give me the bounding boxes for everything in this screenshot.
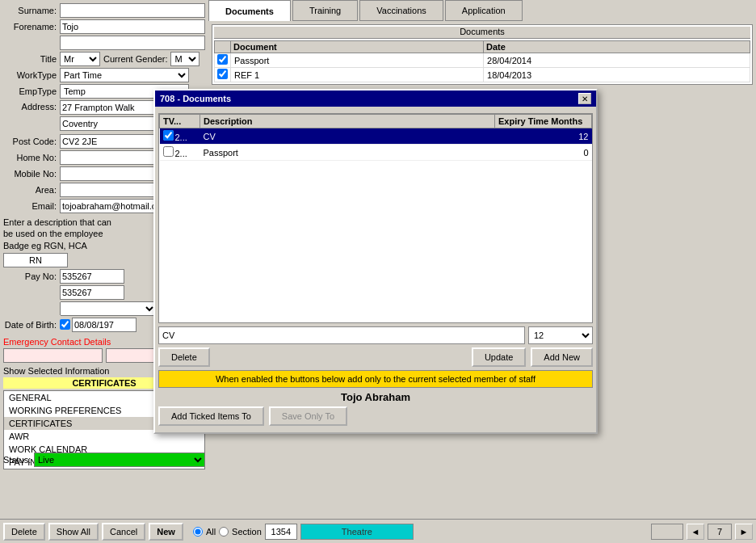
dob-input[interactable] <box>72 318 136 332</box>
tab-training[interactable]: Training <box>292 0 358 21</box>
surname-label: Surname: <box>3 6 60 15</box>
staff-name: Tojo Abraham <box>162 391 590 403</box>
documents-table: Document Date Passport 28/04/2014 REF 1 … <box>214 40 750 82</box>
status-label: Status: <box>3 455 34 465</box>
modal-title: 708 - Documents <box>160 94 231 103</box>
worktype-row: WorkType Part TimeFull Time <box>3 68 205 82</box>
modal-documents-table: TV... Description Expiry Time Months 2..… <box>159 114 592 161</box>
table-row: REF 1 18/04/2013 <box>215 68 750 82</box>
save-only-button[interactable]: Save Only To <box>269 406 347 426</box>
modal-row2-desc: Passport <box>200 145 495 161</box>
doc-checkbox-1[interactable] <box>217 54 228 65</box>
modal-description-input[interactable] <box>158 326 525 344</box>
add-new-button[interactable]: Add New <box>531 347 593 367</box>
add-ticked-button[interactable]: Add Ticked Items To <box>158 406 264 426</box>
dob-checkbox[interactable] <box>60 319 70 330</box>
title-gender-row: Title MrMrsMissMsDr Current Gender: MF <box>3 52 205 66</box>
doc-col-document: Document <box>231 41 484 53</box>
modal-table-container: TV... Description Expiry Time Months 2..… <box>158 113 593 323</box>
prev-button[interactable]: ◄ <box>687 524 704 540</box>
modal-row2-expiry: 0 <box>495 145 592 161</box>
gender-select[interactable]: MF <box>170 52 200 66</box>
status-select[interactable]: LiveInactive <box>34 452 205 467</box>
cancel-button[interactable]: Cancel <box>102 523 145 541</box>
radio-group: All Section <box>193 527 262 537</box>
delete-button[interactable]: Delete <box>158 347 210 367</box>
surname-row: Surname: <box>3 3 205 18</box>
bottom-delete-button[interactable]: Delete <box>3 523 45 541</box>
modal-months-select[interactable]: 120624 <box>528 326 593 344</box>
extra-nav-input[interactable] <box>651 524 683 540</box>
modal-crud-buttons: Delete Update Add New <box>158 347 593 367</box>
extra-select[interactable] <box>60 301 157 316</box>
modal-row1-expiry: 12 <box>495 128 592 145</box>
radio-section-label: Section <box>232 527 262 537</box>
warning-bar: When enabled the buttons below add only … <box>158 370 593 388</box>
worktype-label: WorkType <box>3 70 60 80</box>
forename-row: Forename: <box>3 19 205 34</box>
emptype-label: EmpType <box>3 86 60 96</box>
radio-section[interactable] <box>219 527 229 537</box>
payno-input1[interactable] <box>60 269 124 284</box>
modal-col-desc: Description <box>200 115 495 128</box>
surname-input[interactable] <box>60 3 205 18</box>
table-row[interactable]: 2... CV 12 <box>160 128 592 145</box>
badge-desc-label: Enter a description that can be used on … <box>3 217 116 251</box>
radio-all[interactable] <box>193 527 203 537</box>
update-button[interactable]: Update <box>472 347 526 367</box>
modal-dialog: 708 - Documents ✕ TV... Description Expi… <box>153 89 598 434</box>
documents-panel-header: Documents <box>214 27 750 39</box>
modal-col-expiry: Expiry Time Months <box>495 115 592 128</box>
modal-action-buttons: Add Ticked Items To Save Only To <box>158 406 593 426</box>
modal-titlebar: 708 - Documents ✕ <box>155 90 596 107</box>
status-bar: Status: LiveInactive <box>0 451 208 469</box>
modal-row1-tv: 2... <box>160 128 200 145</box>
documents-panel: Documents Document Date Passport 28/04/2… <box>212 24 753 85</box>
bottom-toolbar: Delete Show All Cancel New All Section ◄… <box>0 519 756 543</box>
mobileno-label: Mobile No: <box>3 169 60 179</box>
modal-checkbox-1[interactable] <box>163 130 174 141</box>
badge-input[interactable] <box>3 253 68 267</box>
modal-bottom-inputs: 120624 <box>158 326 593 344</box>
postcode-label: Post Code: <box>3 137 60 146</box>
doc-name-1: Passport <box>231 53 484 68</box>
doc-date-2: 18/04/2013 <box>484 68 750 82</box>
doc-checkbox-2[interactable] <box>217 69 228 79</box>
dob-label: Date of Birth: <box>3 320 60 330</box>
radio-all-label: All <box>206 527 216 537</box>
title-select[interactable]: MrMrsMissMsDr <box>60 52 100 66</box>
forename-input[interactable] <box>60 19 205 34</box>
modal-close-button[interactable]: ✕ <box>578 93 591 104</box>
next-button[interactable]: ► <box>735 524 753 540</box>
empty-row <box>3 36 205 50</box>
new-button[interactable]: New <box>149 523 183 541</box>
tab-vaccinations[interactable]: Vaccinations <box>359 0 443 21</box>
doc-date-1: 28/04/2014 <box>484 53 750 68</box>
forename-label: Forename: <box>3 22 60 32</box>
table-row: Passport 28/04/2014 <box>215 53 750 68</box>
doc-col-date: Date <box>484 41 750 53</box>
payno-input2[interactable] <box>60 285 124 300</box>
section-input[interactable] <box>265 524 297 540</box>
table-row[interactable]: 2... Passport 0 <box>160 145 592 161</box>
modal-row1-desc: CV <box>200 128 495 145</box>
tab-application[interactable]: Application <box>445 0 523 21</box>
doc-name-2: REF 1 <box>231 68 484 82</box>
worktype-select[interactable]: Part TimeFull Time <box>60 68 189 82</box>
theatre-input[interactable] <box>300 524 414 540</box>
modal-checkbox-2[interactable] <box>163 146 174 157</box>
area-label: Area: <box>3 185 60 195</box>
page-input[interactable] <box>708 524 732 540</box>
address-label: Address: <box>3 100 60 112</box>
title-field-label: Title <box>3 54 60 64</box>
email-label: Email: <box>3 201 60 211</box>
modal-body: TV... Description Expiry Time Months 2..… <box>155 107 596 432</box>
emergency-input1[interactable] <box>3 348 103 363</box>
tab-documents[interactable]: Documents <box>208 0 291 21</box>
current-gender-label: Current Gender: <box>103 54 167 64</box>
modal-row2-tv: 2... <box>160 145 200 161</box>
title-extra-input[interactable] <box>60 36 205 50</box>
payno-label: Pay No: <box>3 272 60 281</box>
tab-bar: Documents Training Vaccinations Applicat… <box>208 0 756 21</box>
show-all-button[interactable]: Show All <box>48 523 99 541</box>
